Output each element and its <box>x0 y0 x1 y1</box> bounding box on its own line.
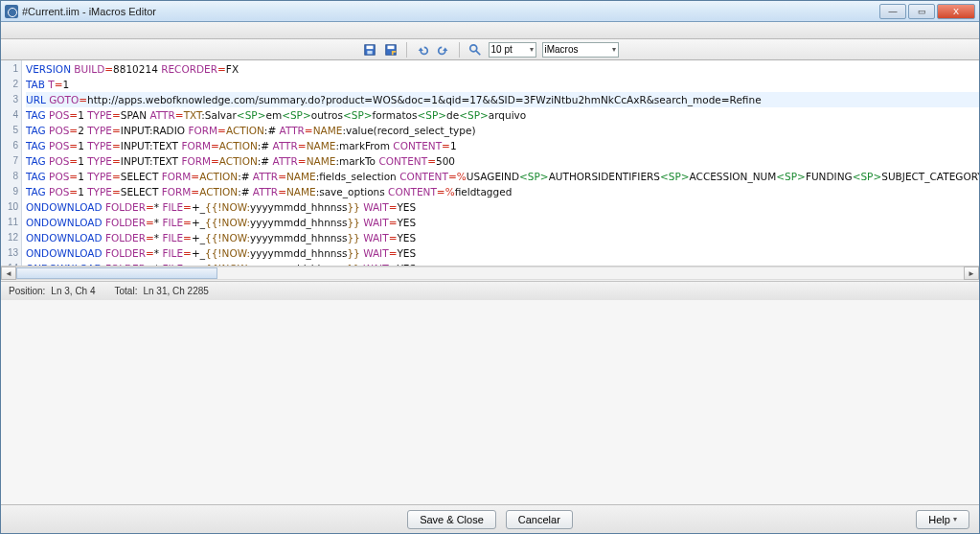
code-line[interactable]: TAG POS=1 TYPE=SELECT FORM=ACTION:# ATTR… <box>26 169 979 184</box>
save-close-button[interactable]: Save & Close <box>407 510 496 529</box>
code-line[interactable]: TAG POS=1 TYPE=SPAN ATTR=TXT:Salvar<SP>e… <box>26 107 979 123</box>
app-icon <box>5 5 18 18</box>
line-number: 9 <box>1 184 18 199</box>
syntax-theme-value: iMacros <box>545 44 579 55</box>
line-number: 11 <box>1 215 18 230</box>
toolbar: 10 pt ▾ iMacros ▾ <box>1 39 979 60</box>
chevron-down-icon: ▾ <box>953 515 957 523</box>
line-number: 2 <box>1 77 18 92</box>
line-number: 7 <box>1 153 18 169</box>
line-number: 5 <box>1 123 18 138</box>
chevron-down-icon: ▾ <box>612 45 616 54</box>
code-line[interactable]: ONDOWNLOAD FOLDER=* FILE=+_{{!NOW:yyyymm… <box>26 215 979 230</box>
code-line[interactable]: TAB T=1 <box>26 77 979 92</box>
undo-icon[interactable] <box>415 42 430 58</box>
status-bar: Position: Ln 3, Ch 4 Total: Ln 31, Ch 22… <box>1 281 979 300</box>
minimize-button[interactable]: — <box>879 4 906 19</box>
help-button[interactable]: Help ▾ <box>916 510 969 529</box>
code-line[interactable]: TAG POS=1 TYPE=SELECT FORM=ACTION:# ATTR… <box>26 184 979 199</box>
redo-icon[interactable] <box>436 42 451 58</box>
maximize-button[interactable]: ▭ <box>908 4 935 19</box>
code-line[interactable]: URL GOTO=http://apps.webofknowledge.com/… <box>26 92 979 107</box>
toolbar-separator <box>406 42 407 58</box>
menu-bar[interactable] <box>1 22 979 39</box>
window-title: #Current.iim - iMacros Editor <box>22 6 879 17</box>
syntax-theme-select[interactable]: iMacros ▾ <box>542 42 619 58</box>
total-value: Ln 31, Ch 2285 <box>143 286 208 296</box>
toolbar-separator <box>459 42 460 58</box>
position-label: Position: <box>9 286 45 296</box>
scroll-track[interactable] <box>16 267 964 280</box>
code-line[interactable]: ONDOWNLOAD FOLDER=* FILE=+_{{!NOW:yyyymm… <box>26 199 979 215</box>
title-bar[interactable]: #Current.iim - iMacros Editor — ▭ X <box>1 1 979 22</box>
total-label: Total: <box>115 286 138 296</box>
bottom-bar: Save & Close Cancelar Help ▾ <box>1 504 979 533</box>
horizontal-scrollbar[interactable]: ◄ ► <box>1 266 979 281</box>
line-number: 8 <box>1 169 18 184</box>
font-size-value: 10 pt <box>491 44 513 55</box>
line-number: 6 <box>1 138 18 153</box>
code-line[interactable]: ONDOWNLOAD FOLDER=* FILE=+_{{!NOW:yyyymm… <box>26 261 979 266</box>
line-number: 12 <box>1 230 18 245</box>
code-line[interactable]: ONDOWNLOAD FOLDER=* FILE=+_{{!NOW:yyyymm… <box>26 245 979 261</box>
editor-area: 1234567891011121314151617181920212223242… <box>1 60 979 266</box>
position-value: Ln 3, Ch 4 <box>51 286 95 296</box>
chevron-down-icon: ▾ <box>530 45 534 54</box>
scroll-right-arrow[interactable]: ► <box>964 267 979 280</box>
line-number: 13 <box>1 245 18 261</box>
app-window: #Current.iim - iMacros Editor — ▭ X 10 p… <box>0 0 980 534</box>
scroll-thumb[interactable] <box>16 267 217 279</box>
svg-rect-1 <box>366 45 373 49</box>
code-line[interactable]: ONDOWNLOAD FOLDER=* FILE=+_{{!NOW:yyyymm… <box>26 230 979 245</box>
save-icon[interactable] <box>362 42 377 58</box>
line-number: 10 <box>1 199 18 215</box>
line-number: 14 <box>1 261 18 266</box>
svg-point-5 <box>469 44 476 51</box>
line-number: 3 <box>1 92 18 107</box>
code-line[interactable]: TAG POS=2 TYPE=INPUT:RADIO FORM=ACTION:#… <box>26 123 979 138</box>
svg-line-6 <box>475 50 479 54</box>
code-line[interactable]: TAG POS=1 TYPE=INPUT:TEXT FORM=ACTION:# … <box>26 153 979 169</box>
line-gutter: 1234567891011121314151617181920212223242… <box>1 60 22 266</box>
window-buttons: — ▭ X <box>879 4 975 19</box>
svg-rect-2 <box>367 50 372 54</box>
filler <box>1 300 979 505</box>
code-line[interactable]: VERSION BUILD=8810214 RECORDER=FX <box>26 61 979 77</box>
code-line[interactable]: TAG POS=1 TYPE=INPUT:TEXT FORM=ACTION:# … <box>26 138 979 153</box>
svg-rect-4 <box>387 45 394 49</box>
cancel-button[interactable]: Cancelar <box>506 510 573 529</box>
find-icon[interactable] <box>467 42 483 58</box>
help-label: Help <box>928 514 950 525</box>
scroll-left-arrow[interactable]: ◄ <box>1 267 16 280</box>
font-size-select[interactable]: 10 pt ▾ <box>489 42 536 58</box>
code-editor[interactable]: VERSION BUILD=8810214 RECORDER=FXTAB T=1… <box>22 60 979 266</box>
line-number: 4 <box>1 107 18 123</box>
save-as-icon[interactable] <box>383 42 399 58</box>
line-number: 1 <box>1 61 18 77</box>
close-button[interactable]: X <box>937 4 975 19</box>
